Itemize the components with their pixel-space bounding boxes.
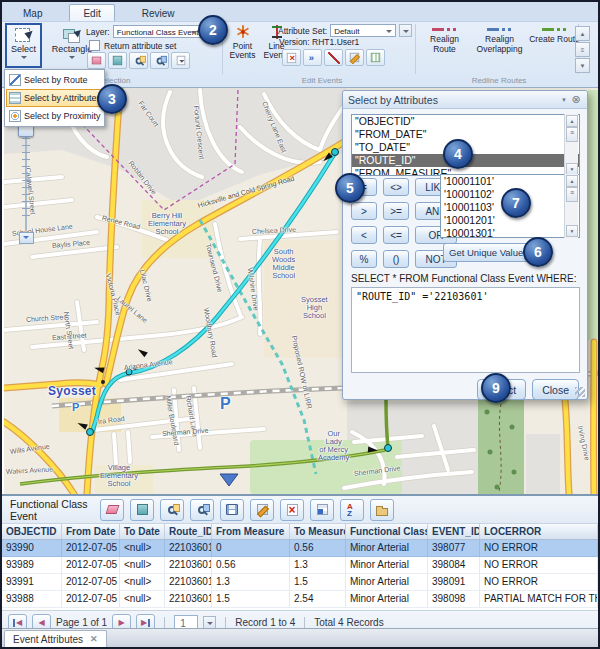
dialog-select-button[interactable]: Select xyxy=(477,379,526,400)
scroll-up-icon[interactable] xyxy=(566,175,578,187)
ribbon-scroll-up-button[interactable]: ▲ xyxy=(575,26,590,41)
trim-event-button[interactable] xyxy=(324,49,343,66)
dialog-collapse-icon[interactable] xyxy=(558,94,570,106)
ribbon-scroll-thumb[interactable]: ≡ xyxy=(575,42,590,57)
tab-review[interactable]: Review xyxy=(129,5,188,21)
select-tool-label: Select xyxy=(11,44,36,54)
dialog-close-button[interactable]: Close xyxy=(532,379,579,400)
scroll-up-icon[interactable] xyxy=(566,115,578,127)
zoom-to-selection-button[interactable] xyxy=(129,52,148,69)
realign-route-button[interactable]: Realign Route xyxy=(419,24,470,54)
point-events-button[interactable]: Point Events xyxy=(226,23,259,70)
dialog-title-bar[interactable]: Select by Attributes xyxy=(343,91,587,109)
pan-to-selection-button[interactable] xyxy=(150,52,169,69)
field-item[interactable]: "FROM_DATE" xyxy=(352,128,579,141)
attribute-set-dropdown-button[interactable] xyxy=(399,24,412,37)
chevron-down-icon[interactable] xyxy=(21,56,27,62)
realign-route-label: Realign Route xyxy=(419,35,470,54)
cell: 93991 xyxy=(2,574,62,591)
ribbon-scroll-down-button[interactable]: ▼ xyxy=(575,58,590,73)
clear-selection-button[interactable] xyxy=(100,499,124,521)
route-icon xyxy=(9,74,21,86)
table-row[interactable]: 939882012-07-05<null>221036011.52.54Mino… xyxy=(2,591,598,608)
map-zoom-slider[interactable] xyxy=(17,118,35,244)
operator-button[interactable]: <> xyxy=(383,178,409,196)
total-records-text: Total 4 Records xyxy=(314,617,383,628)
dialog-close-icon[interactable] xyxy=(570,94,582,106)
value-item[interactable]: '10001301' xyxy=(441,227,579,238)
field-item[interactable]: "TO_DATE" xyxy=(352,141,579,154)
return-attribute-set-checkbox[interactable] xyxy=(89,40,100,51)
dialog-resize-grip[interactable] xyxy=(575,387,585,397)
split-event-button[interactable] xyxy=(282,49,301,66)
field-list-scrollbar[interactable] xyxy=(564,114,578,176)
value-item[interactable]: '10001101' xyxy=(441,175,579,188)
operator-button[interactable]: <= xyxy=(383,226,409,244)
scroll-down-icon[interactable] xyxy=(566,225,578,237)
event-grid-button[interactable] xyxy=(366,49,385,66)
column-header-to-measure[interactable]: To Measure xyxy=(290,524,346,539)
menu-item-select-by-attributes[interactable]: Select by Attributes xyxy=(6,89,103,107)
switch-selection-button[interactable] xyxy=(108,52,127,69)
tab-label: Event Attributes xyxy=(13,634,83,645)
chevron-down-icon[interactable] xyxy=(69,56,75,62)
zoom-slider-dropdown-icon[interactable] xyxy=(19,232,34,244)
switch-selection-button[interactable] xyxy=(130,499,154,521)
cell: 0.56 xyxy=(290,540,346,557)
column-header-route-id[interactable]: Route_ID xyxy=(165,524,212,539)
column-header-from-date[interactable]: From Date xyxy=(62,524,120,539)
delete-record-button[interactable] xyxy=(280,499,304,521)
merge-event-button[interactable] xyxy=(303,49,322,66)
group-separator xyxy=(415,24,416,74)
table-row[interactable]: 939902012-07-05<null>2210360100.56Minor … xyxy=(2,540,598,557)
sort-records-button[interactable] xyxy=(340,499,364,521)
value-item[interactable]: '10001201' xyxy=(441,214,579,227)
column-header-from-measure[interactable]: From Measure xyxy=(212,524,290,539)
menu-item-select-by-route[interactable]: Select by Route xyxy=(6,71,103,89)
close-icon[interactable]: ✕ xyxy=(90,634,98,644)
value-item[interactable]: '10001103' xyxy=(441,201,579,214)
field-item[interactable]: "OBJECTID" xyxy=(352,115,579,128)
layer-select[interactable]: Functional Class Event xyxy=(113,25,201,38)
tab-map[interactable]: Map xyxy=(10,5,55,21)
scroll-thumb[interactable] xyxy=(566,187,578,202)
selection-options-button[interactable] xyxy=(171,52,190,69)
get-unique-values-button[interactable]: Get Unique Values xyxy=(443,243,534,262)
operator-button[interactable]: >= xyxy=(383,202,409,220)
table-row[interactable]: 939912012-07-05<null>221036011.31.5Minor… xyxy=(2,574,598,591)
column-header-objectid[interactable]: OBJECTID xyxy=(2,524,62,539)
edit-record-button[interactable] xyxy=(345,49,364,66)
create-route-button[interactable]: Create Route xyxy=(529,24,580,54)
view-selected-button[interactable] xyxy=(310,499,334,521)
scroll-thumb[interactable] xyxy=(566,127,578,142)
select-tool-button[interactable]: Select xyxy=(5,23,42,68)
column-header-functional-class[interactable]: Functional Class xyxy=(346,524,428,539)
realign-overlapping-button[interactable]: Realign Overlapping xyxy=(474,24,525,54)
operator-button[interactable]: % xyxy=(351,250,377,268)
pan-to-selection-button[interactable] xyxy=(190,499,214,521)
cell: <null> xyxy=(120,591,165,608)
operator-button[interactable]: () xyxy=(383,250,409,268)
column-header-to-date[interactable]: To Date xyxy=(120,524,165,539)
selection-options-icon xyxy=(176,56,185,65)
tab-event-attributes[interactable]: Event Attributes ✕ xyxy=(4,630,107,647)
values-list-scrollbar[interactable] xyxy=(564,174,578,238)
column-header-locerror[interactable]: LOCERROR xyxy=(480,524,598,539)
table-row[interactable]: 939892012-07-05<null>221036010.561.3Mino… xyxy=(2,557,598,574)
zoom-to-selection-button[interactable] xyxy=(160,499,184,521)
operator-button[interactable]: < xyxy=(351,226,377,244)
operator-button[interactable]: = xyxy=(351,178,377,196)
select-cursor-icon xyxy=(14,27,34,44)
export-records-button[interactable] xyxy=(370,499,394,521)
attribute-set-select[interactable]: Default xyxy=(330,24,396,37)
clear-selection-button[interactable] xyxy=(87,52,106,69)
tab-edit[interactable]: Edit xyxy=(69,4,114,21)
operator-button[interactable]: > xyxy=(351,202,377,220)
value-item[interactable]: '10001102' xyxy=(441,188,579,201)
save-edits-button[interactable] xyxy=(220,499,244,521)
menu-item-select-by-proximity[interactable]: Select by Proximity xyxy=(6,107,103,125)
edit-record-button[interactable] xyxy=(250,499,274,521)
field-item[interactable]: "ROUTE_ID" xyxy=(352,154,579,167)
where-clause-textarea[interactable]: "ROUTE_ID" ='22103601' xyxy=(351,287,580,373)
column-header-event-id[interactable]: EVENT_ID xyxy=(428,524,480,539)
